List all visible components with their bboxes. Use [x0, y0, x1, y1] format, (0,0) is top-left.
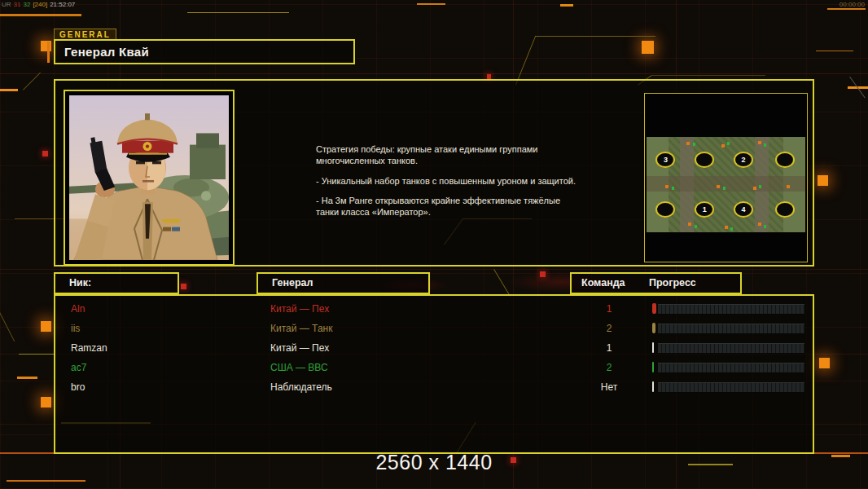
decor-shape: [41, 321, 51, 332]
progress-track: [658, 304, 804, 315]
decor-shape: [535, 36, 655, 37]
page-title-box: Генерал Квай: [54, 39, 355, 64]
debug-token: [240]: [33, 1, 47, 8]
minimap: 3214: [644, 93, 808, 262]
column-header-label: Генерал: [258, 274, 428, 293]
decor-shape: [187, 12, 289, 13]
general-portrait-image: [69, 95, 229, 260]
decor-shape: [560, 4, 573, 7]
progress-fill: [652, 381, 654, 392]
column-header-label: Команда: [581, 274, 625, 293]
player-general: Наблюдатель: [270, 377, 332, 397]
decor-shape: [727, 142, 730, 145]
player-general: США — ВВС: [270, 358, 328, 377]
player-general: Китай — Пех: [270, 338, 329, 358]
decor-shape: [818, 175, 828, 186]
table-row: ac7США — ВВС2: [55, 358, 813, 377]
decor-shape: [725, 226, 728, 229]
minimap-start-position: 4: [734, 201, 753, 218]
progress-fill: [652, 362, 654, 372]
strategy-text: Стратегия победы: крупные атаки едиными …: [316, 143, 578, 226]
player-general: Китай — Пех: [270, 299, 329, 319]
resolution-label: 2560 x 1440: [0, 451, 868, 474]
decor-shape: [0, 269, 868, 270]
decor-shape: [41, 397, 51, 408]
decor-shape: [693, 143, 695, 146]
progress-track: [658, 363, 804, 373]
progress-track: [658, 382, 804, 393]
player-team: Нет: [581, 377, 638, 397]
minimap-start-position: [775, 201, 795, 218]
progress-fill: [652, 342, 654, 353]
minimap-start-position: 3: [655, 152, 675, 168]
minimap-start-position: [775, 152, 795, 168]
decor-shape: [759, 185, 761, 188]
decor-shape: [665, 185, 669, 188]
progress-fill: [652, 323, 655, 333]
decor-shape: [758, 222, 761, 226]
minimap-start-position: 2: [734, 152, 753, 168]
decor-shape: [417, 3, 445, 5]
decor-shape: [721, 144, 725, 148]
player-team: 1: [581, 299, 638, 319]
progress-track: [658, 324, 804, 334]
table-row: broНаблюдательНет: [55, 377, 813, 397]
decor-shape: [0, 14, 81, 16]
decor-shape: [688, 222, 691, 226]
decor-shape: [753, 187, 756, 190]
minimap-start-position: [655, 201, 675, 218]
game-lobby-screen: UR3132[240]21:52:07 00:00:00 GENERAL Ген…: [0, 0, 868, 489]
strategy-line: Стратегия победы: крупные атаки едиными …: [316, 143, 578, 167]
player-general: Китай — Танк: [270, 319, 332, 338]
column-header-team-progress: Команда Прогресс: [570, 272, 742, 294]
debug-token: 31: [14, 1, 21, 8]
decor-shape: [651, 75, 765, 76]
player-nick: Aln: [71, 299, 85, 319]
decor-shape: [7, 480, 85, 482]
decor-shape: [723, 187, 726, 190]
player-nick: Ramzan: [71, 338, 107, 358]
debug-overlay-text: UR3132[240]21:52:07: [2, 1, 77, 8]
strategy-line: - Уникальный набор танков с повышенным у…: [316, 175, 578, 187]
decor-shape: [686, 142, 690, 145]
decor-shape: [17, 377, 37, 379]
column-header-label: Ник:: [55, 274, 178, 293]
decor-shape: [19, 354, 54, 355]
column-header-general: Генерал: [256, 272, 430, 294]
column-header-label: Прогресс: [649, 274, 696, 293]
decor-shape: [758, 141, 761, 144]
decor-shape: [695, 225, 697, 228]
debug-token: 21:52:07: [50, 1, 75, 8]
decor-shape: [0, 73, 868, 74]
page-title: Генерал Квай: [55, 41, 353, 63]
player-nick: bro: [71, 377, 85, 397]
minimap-start-position: [695, 152, 714, 168]
minimap-start-position: 1: [695, 201, 714, 218]
player-nick: iis: [71, 319, 80, 338]
player-team: 2: [581, 319, 638, 338]
debug-token: UR: [2, 1, 11, 8]
table-row: iisКитай — Танк2: [55, 319, 813, 338]
minimap-terrain: 3214: [647, 137, 805, 232]
decor-shape: [764, 225, 766, 228]
table-row: AlnКитай — Пех1: [55, 299, 813, 319]
player-team: 1: [581, 338, 638, 358]
table-row: RamzanКитай — Пех1: [55, 338, 813, 358]
decor-shape: [41, 41, 51, 51]
strategy-line: - На 3м Ранге открываются крайне эффекти…: [316, 195, 578, 218]
decor-shape: [672, 187, 674, 190]
decor-shape: [717, 185, 720, 188]
progress-track: [658, 343, 804, 354]
general-tag-label: GENERAL: [54, 29, 116, 40]
decor-shape: [816, 51, 853, 51]
match-timer: 00:00:00: [840, 1, 865, 8]
general-portrait-frame: [64, 90, 235, 266]
decor-shape: [787, 185, 790, 188]
players-table: AlnКитай — Пех1iisКитай — Танк2RamzanКит…: [54, 294, 814, 454]
decor-shape: [647, 176, 805, 192]
progress-fill: [652, 303, 656, 314]
decor-shape: [827, 8, 866, 10]
decor-shape: [642, 41, 654, 54]
decor-shape: [0, 89, 18, 91]
decor-shape: [42, 151, 48, 156]
